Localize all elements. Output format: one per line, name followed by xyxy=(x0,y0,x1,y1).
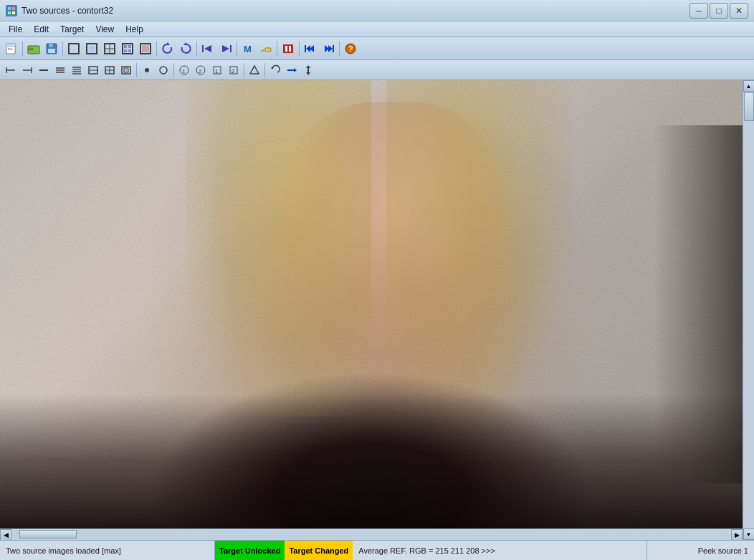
tb2-undo-btn[interactable] xyxy=(267,63,283,77)
svg-rect-64 xyxy=(124,68,128,72)
tb2-dot-btn[interactable] xyxy=(139,63,155,77)
right-dark xyxy=(654,125,743,484)
svg-rect-0 xyxy=(8,7,11,10)
toolbar-sep-8 xyxy=(339,42,340,56)
toolbar-sep-6 xyxy=(277,42,277,56)
key-button[interactable] xyxy=(257,40,275,57)
tb2-1b-btn[interactable]: 1 xyxy=(209,63,225,77)
toolbar2-sep-4 xyxy=(264,63,265,77)
svg-marker-42 xyxy=(328,45,333,52)
status-left-text: Two source images loaded [max] xyxy=(6,546,121,555)
status-bar: Two source images loaded [max] Target Un… xyxy=(0,540,754,560)
tb2-2a-btn[interactable]: 2 xyxy=(193,63,209,77)
scroll-up-btn[interactable]: ▲ xyxy=(743,80,755,92)
toolbar-sep-1 xyxy=(22,42,23,56)
menu-target[interactable]: Target xyxy=(54,23,90,36)
tb2-1a-btn[interactable]: 1 xyxy=(176,63,192,77)
tb2-btn-2[interactable] xyxy=(19,63,35,77)
svg-marker-75 xyxy=(250,66,259,74)
menu-view[interactable]: View xyxy=(90,23,120,36)
step-fwd-button[interactable] xyxy=(320,40,337,57)
tb2-btn-3[interactable] xyxy=(36,63,52,77)
svg-text:Ref: Ref xyxy=(8,47,13,51)
portrait-image xyxy=(0,80,743,528)
menu-edit[interactable]: Edit xyxy=(28,23,54,36)
menu-bar: File Edit Target View Help xyxy=(0,21,754,37)
arrow-left-button[interactable] xyxy=(199,40,216,57)
menu-help[interactable]: Help xyxy=(120,23,149,36)
arrow-right-button[interactable] xyxy=(217,40,234,57)
scroll-left-btn[interactable]: ◀ xyxy=(0,529,11,541)
svg-point-66 xyxy=(160,67,167,74)
maximize-button[interactable]: □ xyxy=(710,3,728,19)
title-bar: Two sources - contort32 ─ □ ✕ xyxy=(0,0,754,21)
tb2-btn-6[interactable] xyxy=(85,63,101,77)
tb2-2b-btn[interactable]: 2 xyxy=(226,63,242,77)
toolbar1: Ref xyxy=(0,37,754,60)
status-rgb-text: Average REF. RGB = 215 211 208 >>> xyxy=(353,546,501,555)
tb2-triangle-btn[interactable] xyxy=(247,63,262,77)
box2-button[interactable] xyxy=(83,40,100,57)
scrollbar-horizontal[interactable]: ◀ ▶ xyxy=(0,528,743,540)
box4-button[interactable] xyxy=(119,40,136,57)
save-button[interactable] xyxy=(43,40,60,57)
svg-marker-29 xyxy=(222,45,229,52)
minimize-button[interactable]: ─ xyxy=(689,3,708,19)
svg-text:?: ? xyxy=(348,44,353,53)
open-button[interactable] xyxy=(25,40,42,57)
svg-rect-8 xyxy=(28,48,33,50)
close-button[interactable]: ✕ xyxy=(730,3,748,19)
scroll-right-btn[interactable]: ▶ xyxy=(731,529,743,541)
svg-marker-80 xyxy=(306,65,310,68)
canvas-area[interactable]: ◀ ▶ xyxy=(0,80,743,540)
svg-marker-76 xyxy=(271,67,274,69)
toolbar2: 1 2 1 2 xyxy=(0,60,754,80)
toolbar2-sep-3 xyxy=(244,63,244,77)
tb2-arrow-right-btn[interactable] xyxy=(284,63,300,77)
status-middle: Target Unlocked Target Changed Average R… xyxy=(215,541,646,560)
hair-left xyxy=(186,80,371,417)
tb2-btn-8[interactable] xyxy=(118,63,134,77)
svg-rect-35 xyxy=(283,44,293,53)
box3-button[interactable] xyxy=(101,40,118,57)
tb2-updown-btn[interactable] xyxy=(300,63,316,77)
box1-button[interactable] xyxy=(65,40,82,57)
rotate-left-button[interactable] xyxy=(159,40,176,57)
svg-text:2: 2 xyxy=(199,68,202,74)
svg-rect-12 xyxy=(69,44,79,54)
toolbar2-sep-2 xyxy=(173,63,174,77)
rotate-right-button[interactable] xyxy=(177,40,194,57)
svg-point-34 xyxy=(268,49,269,50)
window-title: Two sources - contort32 xyxy=(22,6,113,16)
box5-button[interactable] xyxy=(137,40,154,57)
scroll-thumb-v[interactable] xyxy=(744,92,754,121)
step-back-button[interactable] xyxy=(302,40,319,57)
mark-button[interactable]: M xyxy=(239,40,257,57)
tb2-btn-1[interactable] xyxy=(3,63,19,77)
svg-rect-24 xyxy=(142,45,149,52)
status-right: Peek source 1 xyxy=(646,541,754,560)
tb2-circle-btn[interactable] xyxy=(156,63,171,77)
help-button[interactable]: ? xyxy=(342,40,359,57)
svg-marker-27 xyxy=(204,45,211,52)
bottom-dark xyxy=(0,394,743,528)
scrollbar-vertical[interactable]: ▲ ▼ xyxy=(743,80,754,540)
scroll-down-btn[interactable]: ▼ xyxy=(743,528,755,540)
tb2-btn-7[interactable] xyxy=(102,63,118,77)
target-changed-badge: Target Changed xyxy=(285,541,353,560)
svg-marker-39 xyxy=(306,45,310,52)
toolbar-sep-4 xyxy=(196,42,197,56)
svg-point-65 xyxy=(145,68,149,72)
toolbar-sep-2 xyxy=(62,42,63,56)
stop-button[interactable] xyxy=(280,40,297,57)
toolbar-sep-5 xyxy=(237,42,237,56)
scroll-thumb-h[interactable] xyxy=(19,530,77,539)
new-button[interactable]: Ref xyxy=(3,40,20,57)
scroll-track-h xyxy=(12,530,730,540)
svg-marker-26 xyxy=(183,42,188,45)
svg-rect-14 xyxy=(89,46,95,52)
tb2-btn-4[interactable] xyxy=(52,63,68,77)
tb2-btn-5[interactable] xyxy=(69,63,85,77)
menu-file[interactable]: File xyxy=(3,23,28,36)
status-left: Two source images loaded [max] xyxy=(0,541,215,560)
